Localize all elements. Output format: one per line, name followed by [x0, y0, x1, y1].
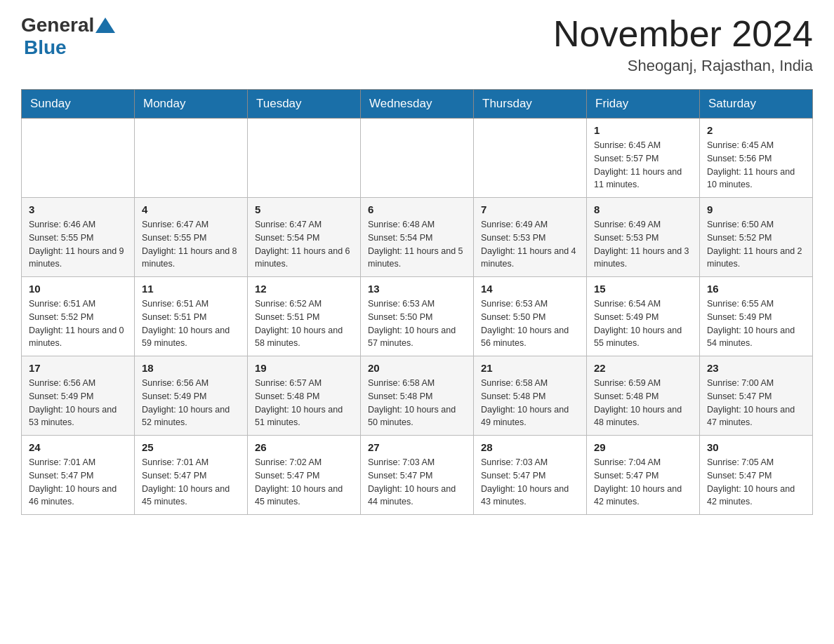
calendar-cell: 2Sunrise: 6:45 AM Sunset: 5:56 PM Daylig… — [700, 119, 813, 198]
calendar-cell: 1Sunrise: 6:45 AM Sunset: 5:57 PM Daylig… — [587, 119, 700, 198]
day-number: 25 — [142, 441, 240, 453]
day-number: 29 — [594, 441, 692, 453]
calendar-cell: 15Sunrise: 6:54 AM Sunset: 5:49 PM Dayli… — [587, 277, 700, 356]
day-header-wednesday: Wednesday — [361, 90, 474, 119]
day-info: Sunrise: 6:53 AM Sunset: 5:50 PM Dayligh… — [481, 297, 579, 350]
day-header-tuesday: Tuesday — [248, 90, 361, 119]
calendar-cell: 26Sunrise: 7:02 AM Sunset: 5:47 PM Dayli… — [248, 436, 361, 515]
day-info: Sunrise: 6:56 AM Sunset: 5:49 PM Dayligh… — [142, 377, 240, 429]
day-number: 9 — [707, 203, 805, 215]
calendar-week-row: 1Sunrise: 6:45 AM Sunset: 5:57 PM Daylig… — [22, 119, 813, 198]
calendar-cell: 8Sunrise: 6:49 AM Sunset: 5:53 PM Daylig… — [587, 198, 700, 277]
day-info: Sunrise: 6:58 AM Sunset: 5:48 PM Dayligh… — [368, 377, 466, 429]
calendar-cell: 29Sunrise: 7:04 AM Sunset: 5:47 PM Dayli… — [587, 436, 700, 515]
calendar-cell: 17Sunrise: 6:56 AM Sunset: 5:49 PM Dayli… — [22, 356, 135, 436]
day-number: 12 — [255, 283, 353, 295]
day-header-sunday: Sunday — [22, 90, 135, 119]
calendar-week-row: 10Sunrise: 6:51 AM Sunset: 5:52 PM Dayli… — [22, 277, 813, 356]
day-number: 8 — [594, 203, 692, 215]
day-info: Sunrise: 6:45 AM Sunset: 5:57 PM Dayligh… — [594, 139, 692, 192]
calendar-cell: 22Sunrise: 6:59 AM Sunset: 5:48 PM Dayli… — [587, 356, 700, 436]
day-number: 17 — [29, 362, 127, 374]
day-number: 30 — [707, 441, 805, 453]
day-info: Sunrise: 7:05 AM Sunset: 5:47 PM Dayligh… — [707, 456, 805, 509]
calendar-cell: 24Sunrise: 7:01 AM Sunset: 5:47 PM Dayli… — [22, 436, 135, 515]
calendar-header-row: SundayMondayTuesdayWednesdayThursdayFrid… — [22, 90, 813, 119]
day-number: 28 — [481, 441, 579, 453]
day-number: 26 — [255, 441, 353, 453]
calendar-cell: 9Sunrise: 6:50 AM Sunset: 5:52 PM Daylig… — [700, 198, 813, 277]
calendar-cell: 3Sunrise: 6:46 AM Sunset: 5:55 PM Daylig… — [22, 198, 135, 277]
day-number: 23 — [707, 362, 805, 374]
day-info: Sunrise: 6:50 AM Sunset: 5:52 PM Dayligh… — [707, 218, 805, 271]
calendar-cell: 6Sunrise: 6:48 AM Sunset: 5:54 PM Daylig… — [361, 198, 474, 277]
calendar-cell: 14Sunrise: 6:53 AM Sunset: 5:50 PM Dayli… — [474, 277, 587, 356]
day-info: Sunrise: 6:49 AM Sunset: 5:53 PM Dayligh… — [594, 218, 692, 271]
calendar-cell — [22, 119, 135, 198]
day-info: Sunrise: 6:47 AM Sunset: 5:54 PM Dayligh… — [255, 218, 353, 271]
day-info: Sunrise: 6:52 AM Sunset: 5:51 PM Dayligh… — [255, 297, 353, 350]
day-header-friday: Friday — [587, 90, 700, 119]
day-info: Sunrise: 6:51 AM Sunset: 5:52 PM Dayligh… — [29, 297, 127, 350]
day-number: 10 — [29, 283, 127, 295]
calendar-week-row: 24Sunrise: 7:01 AM Sunset: 5:47 PM Dayli… — [22, 436, 813, 515]
calendar-cell — [248, 119, 361, 198]
calendar-cell: 7Sunrise: 6:49 AM Sunset: 5:53 PM Daylig… — [474, 198, 587, 277]
day-number: 3 — [29, 203, 127, 215]
day-info: Sunrise: 6:59 AM Sunset: 5:48 PM Dayligh… — [594, 377, 692, 429]
calendar-cell: 11Sunrise: 6:51 AM Sunset: 5:51 PM Dayli… — [135, 277, 248, 356]
day-number: 19 — [255, 362, 353, 374]
day-number: 7 — [481, 203, 579, 215]
day-number: 15 — [594, 283, 692, 295]
day-info: Sunrise: 7:01 AM Sunset: 5:47 PM Dayligh… — [29, 456, 127, 509]
logo-general: General — [21, 14, 94, 36]
day-info: Sunrise: 6:48 AM Sunset: 5:54 PM Dayligh… — [368, 218, 466, 271]
calendar-cell: 16Sunrise: 6:55 AM Sunset: 5:49 PM Dayli… — [700, 277, 813, 356]
calendar-table: SundayMondayTuesdayWednesdayThursdayFrid… — [21, 89, 813, 515]
day-header-thursday: Thursday — [474, 90, 587, 119]
day-info: Sunrise: 6:51 AM Sunset: 5:51 PM Dayligh… — [142, 297, 240, 350]
calendar-cell: 20Sunrise: 6:58 AM Sunset: 5:48 PM Dayli… — [361, 356, 474, 436]
month-title: November 2024 — [553, 14, 813, 54]
day-info: Sunrise: 6:57 AM Sunset: 5:48 PM Dayligh… — [255, 377, 353, 429]
day-info: Sunrise: 6:53 AM Sunset: 5:50 PM Dayligh… — [368, 297, 466, 350]
day-number: 18 — [142, 362, 240, 374]
day-number: 5 — [255, 203, 353, 215]
calendar-cell: 10Sunrise: 6:51 AM Sunset: 5:52 PM Dayli… — [22, 277, 135, 356]
day-number: 27 — [368, 441, 466, 453]
day-info: Sunrise: 7:03 AM Sunset: 5:47 PM Dayligh… — [481, 456, 579, 509]
title-area: November 2024 Sheoganj, Rajasthan, India — [553, 14, 813, 75]
location-subtitle: Sheoganj, Rajasthan, India — [553, 57, 813, 75]
calendar-week-row: 3Sunrise: 6:46 AM Sunset: 5:55 PM Daylig… — [22, 198, 813, 277]
day-info: Sunrise: 6:56 AM Sunset: 5:49 PM Dayligh… — [29, 377, 127, 429]
day-info: Sunrise: 7:00 AM Sunset: 5:47 PM Dayligh… — [707, 377, 805, 429]
day-info: Sunrise: 6:46 AM Sunset: 5:55 PM Dayligh… — [29, 218, 127, 271]
day-header-monday: Monday — [135, 90, 248, 119]
calendar-cell — [474, 119, 587, 198]
calendar-cell: 30Sunrise: 7:05 AM Sunset: 5:47 PM Dayli… — [700, 436, 813, 515]
calendar-cell: 21Sunrise: 6:58 AM Sunset: 5:48 PM Dayli… — [474, 356, 587, 436]
day-info: Sunrise: 7:03 AM Sunset: 5:47 PM Dayligh… — [368, 456, 466, 509]
day-number: 2 — [707, 124, 805, 136]
day-number: 4 — [142, 203, 240, 215]
day-info: Sunrise: 7:02 AM Sunset: 5:47 PM Dayligh… — [255, 456, 353, 509]
logo-blue: Blue — [24, 36, 67, 58]
day-info: Sunrise: 6:45 AM Sunset: 5:56 PM Dayligh… — [707, 139, 805, 192]
calendar-cell: 23Sunrise: 7:00 AM Sunset: 5:47 PM Dayli… — [700, 356, 813, 436]
calendar-cell: 4Sunrise: 6:47 AM Sunset: 5:55 PM Daylig… — [135, 198, 248, 277]
day-number: 11 — [142, 283, 240, 295]
logo-triangle-icon — [95, 18, 115, 33]
day-header-saturday: Saturday — [700, 90, 813, 119]
calendar-cell: 5Sunrise: 6:47 AM Sunset: 5:54 PM Daylig… — [248, 198, 361, 277]
calendar-cell: 25Sunrise: 7:01 AM Sunset: 5:47 PM Dayli… — [135, 436, 248, 515]
calendar-cell — [135, 119, 248, 198]
day-number: 6 — [368, 203, 466, 215]
day-number: 22 — [594, 362, 692, 374]
day-number: 1 — [594, 124, 692, 136]
calendar-cell: 12Sunrise: 6:52 AM Sunset: 5:51 PM Dayli… — [248, 277, 361, 356]
day-number: 21 — [481, 362, 579, 374]
day-info: Sunrise: 6:55 AM Sunset: 5:49 PM Dayligh… — [707, 297, 805, 350]
page-header: General Blue November 2024 Sheoganj, Raj… — [21, 14, 813, 75]
calendar-cell: 13Sunrise: 6:53 AM Sunset: 5:50 PM Dayli… — [361, 277, 474, 356]
day-number: 14 — [481, 283, 579, 295]
